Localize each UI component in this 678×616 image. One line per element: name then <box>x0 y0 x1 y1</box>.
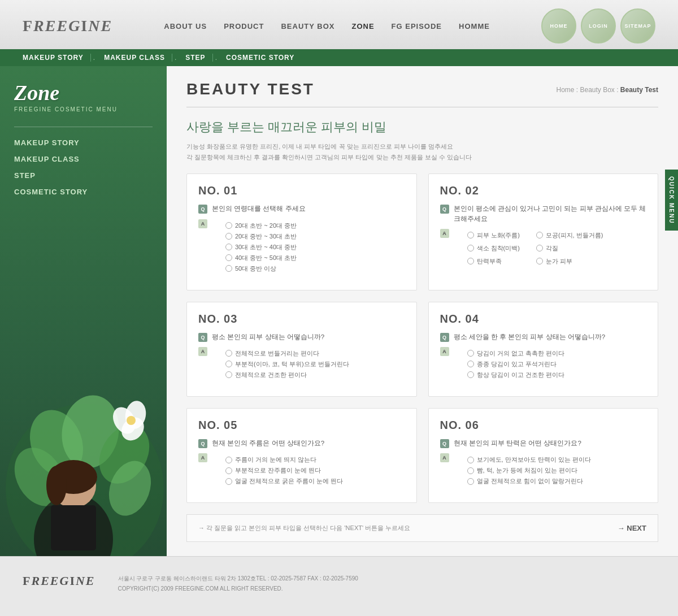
question-block-02: NO. 02 Q 본인이 평소에 관심이 있거나 고민이 되는 피부 관심사에 … <box>428 173 659 290</box>
nav-product[interactable]: PRODUCT <box>224 22 264 31</box>
radio-circle[interactable] <box>536 258 543 264</box>
sitemap-button[interactable]: SITEMAP <box>620 8 655 44</box>
option-text: 전체적으로 건조한 편이다 <box>235 371 307 379</box>
option-text: 부분적으로 잔주름이 눈에 띈다 <box>235 466 321 475</box>
a-badge-01: A <box>198 219 207 228</box>
radio-circle[interactable] <box>467 232 474 238</box>
answer-row-02: A 피부 노화(주름) 모공(피지, 번들거름) 색소 침착(미백) 각질 탄력… <box>440 228 647 268</box>
radio-circle[interactable] <box>467 245 474 251</box>
svg-point-9 <box>127 416 136 425</box>
nav-zone[interactable]: ZONE <box>351 22 374 31</box>
question-row-03: Q 평소 본인의 피부 상태는 어떻습니까? <box>198 332 405 342</box>
answer-row-05: A 주름이 거의 눈에 띄지 않는다 부분적으로 잔주름이 눈에 띈다 얼굴 전… <box>198 453 405 488</box>
radio-circle[interactable] <box>225 371 232 378</box>
options-list-03: 전체적으로 번들거리는 편이다 부분적(이마, 코, 턱 부위)으로 번들거린다… <box>225 349 349 381</box>
quick-menu-tab[interactable]: QUICK MENU <box>665 170 678 231</box>
q-badge-06: Q <box>440 439 449 448</box>
q-badge-03: Q <box>198 333 207 342</box>
list-item: 전체적으로 번들거리는 편이다 <box>225 349 349 358</box>
home-button[interactable]: HOME <box>541 8 576 44</box>
radio-circle[interactable] <box>467 361 474 367</box>
sidebar-item-makeup-story[interactable]: MAKEUP STORY <box>14 138 153 147</box>
list-item: 40대 중반 ~ 50대 초반 <box>225 254 297 262</box>
a-badge-03: A <box>198 347 207 356</box>
radio-circle[interactable] <box>225 350 232 357</box>
quick-menu-label: QUICK MENU <box>668 176 675 224</box>
intro-desc-1: 기능성 화장품으로 유명한 프리진, 이제 내 피부 타입에 꼭 맞는 프리진으… <box>186 141 658 152</box>
option-text: 보기에도, 만져보아도 탄력이 있는 편이다 <box>477 456 591 464</box>
list-item: 20대 중반 ~ 30대 초반 <box>225 232 297 241</box>
options-list-04: 당김이 거의 없고 촉촉한 편이다 종종 당김이 있고 푸석거린다 항상 당김이… <box>467 349 564 381</box>
subnav-dot-1: . <box>91 54 97 62</box>
intro-title: 사랑을 부르는 매끄러운 피부의 비밀 <box>186 119 658 136</box>
logo[interactable]: FREEGINE <box>23 17 112 35</box>
radio-circle[interactable] <box>536 232 543 238</box>
option-text: 전체적으로 번들거리는 편이다 <box>235 349 319 358</box>
subnav-makeup-class[interactable]: MAKEUP CLASS <box>97 54 172 62</box>
question-text-03: 평소 본인의 피부 상태는 어떻습니까? <box>212 332 324 342</box>
option-text: 빰, 턱, 눈가 등에 처짐이 있는 편이다 <box>477 466 577 475</box>
radio-circle[interactable] <box>225 254 232 261</box>
question-row-02: Q 본인이 평소에 관심이 있거나 고민이 되는 피부 관심사에 모두 체크해주… <box>440 204 647 224</box>
question-text-05: 현재 본인의 주름은 어떤 상태인가요? <box>212 439 324 448</box>
answer-row-03: A 전체적으로 번들거리는 편이다 부분적(이마, 코, 턱 부위)으로 번들거… <box>198 346 405 381</box>
option-text: 당김이 거의 없고 촉촉한 편이다 <box>477 349 564 358</box>
radio-circle[interactable] <box>467 478 474 485</box>
answer-row-06: A 보기에도, 만져보아도 탄력이 있는 편이다 빰, 턱, 눈가 등에 처짐이… <box>440 453 647 488</box>
radio-circle[interactable] <box>467 371 474 378</box>
sidebar-zone-subtitle: FREEGINE COSMETIC MENU <box>14 106 153 112</box>
radio-circle[interactable] <box>225 222 232 229</box>
list-item: 50대 중반 이상 <box>225 264 297 273</box>
nav-about-us[interactable]: ABOUT US <box>164 22 207 31</box>
question-block-05: NO. 05 Q 현재 본인의 주름은 어떤 상태인가요? A 주름이 거의 눈… <box>186 408 417 503</box>
radio-circle[interactable] <box>225 478 232 485</box>
sidebar-divider <box>14 127 153 127</box>
next-section: → 각 질문을 읽고 본인의 피부 타입을 선택하신 다음 'NEXT' 버튼을… <box>186 514 658 542</box>
option-text: 20대 초반 ~ 20대 중반 <box>235 222 297 230</box>
nav-beauty-box[interactable]: BEAUTY BOX <box>281 22 334 31</box>
option-text: 색소 침착(미백) <box>477 244 520 253</box>
question-block-06: NO. 06 Q 현재 본인의 피부 탄력은 어떤 상태인가요? A 보기에도,… <box>428 408 659 503</box>
list-item: 당김이 거의 없고 촉촉한 편이다 <box>467 349 564 358</box>
radio-circle[interactable] <box>467 457 474 463</box>
subnav-step[interactable]: STEP <box>179 54 212 62</box>
radio-circle[interactable] <box>225 467 232 474</box>
subnav-makeup-story[interactable]: MAKEUP STORY <box>23 54 91 62</box>
question-text-01: 본인의 연령대를 선택해 주세요 <box>212 204 306 214</box>
radio-circle[interactable] <box>225 233 232 240</box>
option-text: 40대 중반 ~ 50대 초반 <box>235 254 297 262</box>
list-item: 얼굴 전체적으로 굵은 주름이 눈에 띈다 <box>225 477 343 485</box>
a-badge-05: A <box>198 453 207 462</box>
question-number-04: NO. 04 <box>440 313 647 326</box>
radio-circle[interactable] <box>467 467 474 474</box>
option-text: 20대 중반 ~ 30대 초반 <box>235 232 297 241</box>
radio-circle[interactable] <box>225 265 232 272</box>
list-item: 주름이 거의 눈에 띄지 않는다 <box>225 456 343 464</box>
next-button[interactable]: → NEXT <box>618 524 646 532</box>
option-text: 부분적(이마, 코, 턱 부위)으로 번들거린다 <box>235 360 349 368</box>
radio-circle[interactable] <box>225 361 232 367</box>
option-text: 눈가 피부 <box>546 257 572 266</box>
subnav-cosmetic-story[interactable]: COSMETIC STORY <box>219 54 301 62</box>
option-text: 50대 중반 이상 <box>235 264 276 273</box>
radio-circle[interactable] <box>225 244 232 250</box>
nav-fg-episode[interactable]: FG EPISODE <box>392 22 442 31</box>
content-area: BEAUTY TEST Home : Beauty Box : Beauty T… <box>167 66 678 556</box>
options-list-06: 보기에도, 만져보아도 탄력이 있는 편이다 빰, 턱, 눈가 등에 처짐이 있… <box>467 456 591 488</box>
login-button[interactable]: LOGIN <box>581 8 616 44</box>
radio-circle[interactable] <box>467 258 474 264</box>
list-item: 빰, 턱, 눈가 등에 처짐이 있는 편이다 <box>467 466 591 475</box>
option-text: 30대 초반 ~ 40대 중반 <box>235 243 297 251</box>
radio-circle[interactable] <box>225 457 232 463</box>
sidebar-item-makeup-class[interactable]: MAKEUP CLASS <box>14 155 153 163</box>
option-text: 모공(피지, 번들거름) <box>546 231 603 240</box>
radio-circle[interactable] <box>536 245 543 251</box>
nav-buttons: HOME LOGIN SITEMAP <box>541 8 655 44</box>
sidebar-item-cosmetic-story[interactable]: COSMETIC STORY <box>14 188 153 196</box>
nav-homme[interactable]: HOMME <box>459 22 490 31</box>
sidebar-item-step[interactable]: STEP <box>14 171 153 180</box>
breadcrumb-path: Home : Beauty Box : <box>556 86 620 94</box>
footer-info: 서울시 구로구 구로동 헤이스하이랜드 타워 2차 1302호TEL : 02-… <box>118 574 358 594</box>
question-number-05: NO. 05 <box>198 419 405 432</box>
radio-circle[interactable] <box>467 350 474 357</box>
